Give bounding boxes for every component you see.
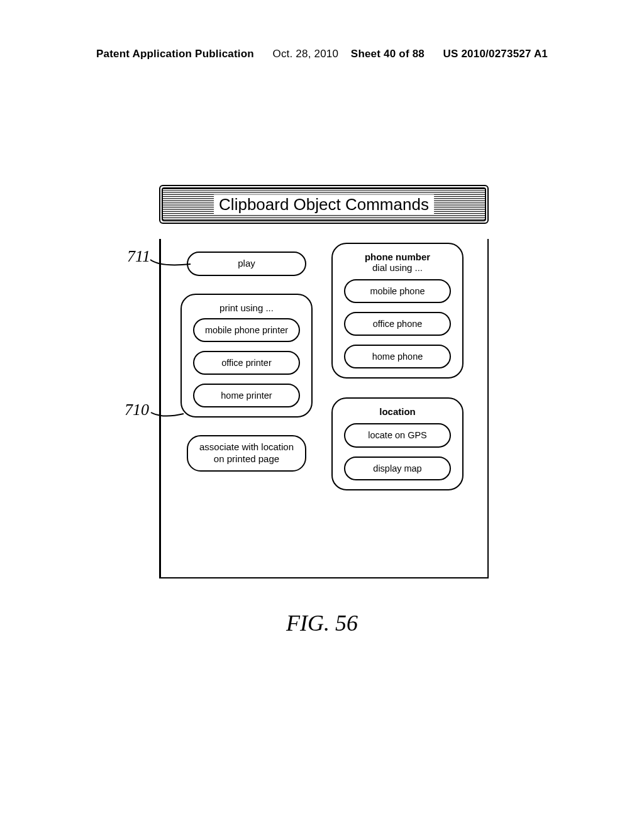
pub-number: US 2010/0273527 A1 [443, 48, 548, 60]
dial-mobile-button[interactable]: mobile phone [344, 279, 451, 303]
phone-group: phone number dial using ... mobile phone… [331, 243, 464, 379]
print-group-label: print using ... [219, 302, 274, 313]
pub-label: Patent Application Publication [96, 48, 254, 60]
pub-date: Oct. 28, 2010 [272, 48, 338, 60]
ref-710: 710 [125, 401, 149, 419]
print-mobile-button[interactable]: mobile phone printer [193, 318, 300, 342]
location-group: location locate on GPS display map [331, 397, 464, 490]
print-home-button[interactable]: home printer [193, 384, 300, 407]
associate-location-button[interactable]: associate with location on printed page [187, 435, 306, 472]
print-group: print using ... mobile phone printer off… [180, 294, 313, 418]
phone-group-title: phone number [365, 252, 430, 262]
display-map-button[interactable]: display map [344, 456, 451, 480]
play-button[interactable]: play [187, 252, 306, 276]
dial-office-button[interactable]: office phone [344, 312, 451, 336]
lead-line-710 [150, 407, 185, 420]
sheet-number: Sheet 40 of 88 [351, 48, 425, 60]
locate-gps-button[interactable]: locate on GPS [344, 423, 451, 447]
panel-titlebar: Clipboard Object Commands [159, 185, 489, 224]
figure-caption: FIG. 56 [0, 610, 644, 636]
location-group-title: location [379, 406, 416, 417]
page-header: Patent Application Publication Oct. 28, … [0, 48, 644, 60]
lead-line-711 [149, 253, 193, 268]
ref-711: 711 [127, 247, 150, 266]
panel-title: Clipboard Object Commands [214, 195, 434, 214]
panel-right-column: phone number dial using ... mobile phone… [324, 239, 489, 578]
dial-home-button[interactable]: home phone [344, 345, 451, 368]
commands-panel: play print using ... mobile phone printe… [159, 239, 489, 578]
print-office-button[interactable]: office printer [193, 351, 300, 375]
phone-group-sub: dial using ... [372, 262, 423, 273]
